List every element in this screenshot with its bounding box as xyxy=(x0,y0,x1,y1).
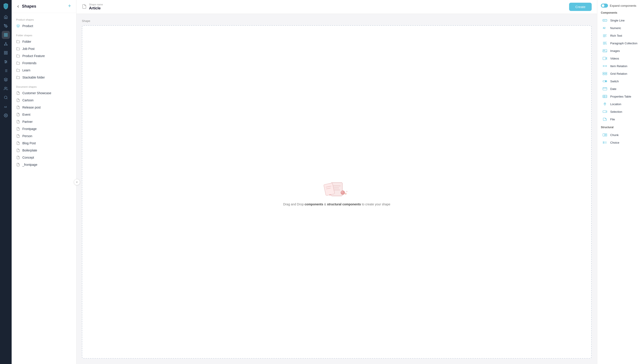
component-rich-text[interactable]: Rich Text xyxy=(601,32,640,39)
nav-list-icon[interactable] xyxy=(2,67,10,75)
svg-point-5 xyxy=(6,42,6,43)
shape-file-icon xyxy=(82,4,87,10)
location-icon xyxy=(602,102,608,106)
canvas-drop-area[interactable]: Drag and Drop components & structural co… xyxy=(82,25,592,359)
nav-brush-icon[interactable] xyxy=(2,22,10,30)
back-button[interactable] xyxy=(16,5,20,9)
nav-network-icon[interactable] xyxy=(2,40,10,48)
svg-point-28 xyxy=(5,87,6,88)
shape-item-boilerplate[interactable]: Boilerplate xyxy=(12,147,76,154)
component-rich-text-label: Rich Text xyxy=(610,34,622,37)
images-icon xyxy=(602,49,608,53)
app-logo[interactable] xyxy=(2,2,10,10)
nav-settings-icon[interactable] xyxy=(2,111,10,120)
create-button[interactable]: Create xyxy=(569,3,592,11)
svg-point-32 xyxy=(5,115,6,116)
rich-text-icon xyxy=(602,33,608,38)
sidebar-header: Shapes xyxy=(12,0,76,13)
expand-toggle[interactable] xyxy=(601,4,608,8)
shape-item-customer-showcase[interactable]: Customer Showcase xyxy=(12,90,76,97)
shape-item-blog-post[interactable]: Blog Post xyxy=(12,140,76,147)
structural-label: Structural xyxy=(601,126,640,129)
nav-search-icon[interactable] xyxy=(2,94,10,102)
component-chunk-label: Chunk xyxy=(610,133,619,137)
choice-icon xyxy=(602,140,608,145)
shape-item-learn[interactable]: Learn xyxy=(12,67,76,74)
svg-point-46 xyxy=(346,191,348,192)
component-item-relation[interactable]: Item Relation xyxy=(601,62,640,70)
component-choice-label: Choice xyxy=(610,141,619,144)
svg-point-19 xyxy=(6,62,7,62)
nav-az-icon[interactable]: AZ xyxy=(2,103,10,111)
shape-item-partner[interactable]: Partner xyxy=(12,118,76,125)
main-content: Shape name Create Shape xyxy=(76,0,597,364)
switch-icon xyxy=(602,79,608,84)
component-properties-table[interactable]: Properties Table xyxy=(601,93,640,100)
component-paragraph-collection[interactable]: Paragraph Collection xyxy=(601,39,640,47)
component-choice[interactable]: Choice xyxy=(601,139,640,146)
svg-rect-1 xyxy=(4,33,5,35)
component-paragraph-collection-label: Paragraph Collection xyxy=(610,42,637,45)
svg-rect-11 xyxy=(4,51,5,52)
shape-item-frontpage[interactable]: Frontpage xyxy=(12,125,76,132)
nav-grid-icon[interactable] xyxy=(2,49,10,57)
doc-icon-6 xyxy=(16,134,20,138)
nav-users-icon[interactable] xyxy=(2,85,10,93)
shape-item-product[interactable]: Product xyxy=(12,22,76,30)
doc-icon-3 xyxy=(16,113,20,117)
component-videos-label: Videos xyxy=(610,57,619,60)
svg-point-45 xyxy=(345,193,346,195)
shape-item-cartoon[interactable]: Cartoon xyxy=(12,97,76,104)
component-videos[interactable]: Videos xyxy=(601,55,640,62)
component-images[interactable]: Images xyxy=(601,47,640,55)
folder-icon-0 xyxy=(16,40,20,44)
shape-item-event[interactable]: Event xyxy=(12,111,76,118)
date-icon xyxy=(602,87,608,91)
shape-item-frontends[interactable]: Frontends xyxy=(12,60,76,67)
shape-item-job-post[interactable]: Job Post xyxy=(12,45,76,52)
component-chunk[interactable]: Chunk xyxy=(601,131,640,139)
doc-icon-4 xyxy=(16,120,20,124)
component-file[interactable]: File xyxy=(601,115,640,123)
shape-item-concept[interactable]: Concept xyxy=(12,154,76,161)
svg-point-0 xyxy=(5,26,6,26)
svg-point-71 xyxy=(605,81,606,82)
component-single-line[interactable]: Single Line xyxy=(601,17,640,24)
svg-rect-2 xyxy=(6,33,8,35)
nav-shapes-icon[interactable] xyxy=(2,31,10,39)
selection-icon xyxy=(602,109,608,114)
component-location[interactable]: Location xyxy=(601,100,640,108)
shape-name-input[interactable] xyxy=(89,6,138,11)
component-images-label: Images xyxy=(610,49,620,53)
nav-layers-icon[interactable] xyxy=(2,76,10,84)
doc-icon-8 xyxy=(16,148,20,152)
shape-item-frontpage2[interactable]: _frontpage xyxy=(12,161,76,168)
component-properties-table-label: Properties Table xyxy=(610,95,631,98)
folder-icon-5 xyxy=(16,75,20,79)
shape-item-product-feature[interactable]: Product Feature xyxy=(12,52,76,60)
nav-home-icon[interactable] xyxy=(2,13,10,21)
shape-item-person[interactable]: Person xyxy=(12,132,76,140)
collapse-sidebar-button[interactable] xyxy=(74,179,80,185)
shape-item-stackable-folder[interactable]: Stackable folder xyxy=(12,74,76,81)
component-numeric[interactable]: 42 Numeric xyxy=(601,24,640,32)
chunk-icon xyxy=(602,133,608,137)
shape-item-release-post[interactable]: Release post xyxy=(12,104,76,111)
svg-rect-12 xyxy=(6,51,8,52)
shape-item-folder[interactable]: Folder xyxy=(12,38,76,45)
component-switch[interactable]: Switch xyxy=(601,77,640,85)
component-grid-relation-label: Grid Relation xyxy=(610,72,627,75)
add-shape-button[interactable] xyxy=(67,4,72,9)
svg-point-29 xyxy=(4,96,7,99)
component-single-line-label: Single Line xyxy=(610,19,624,22)
nav-sliders-icon[interactable] xyxy=(2,58,10,66)
component-date[interactable]: Date xyxy=(601,85,640,93)
svg-point-20 xyxy=(5,63,6,63)
single-line-icon xyxy=(602,18,608,23)
component-grid-relation[interactable]: Grid Relation xyxy=(601,70,640,77)
component-selection[interactable]: Selection xyxy=(601,108,640,115)
svg-marker-27 xyxy=(4,78,8,80)
svg-line-8 xyxy=(5,43,6,45)
main-header: Shape name Create xyxy=(76,0,597,14)
svg-rect-61 xyxy=(603,57,606,60)
